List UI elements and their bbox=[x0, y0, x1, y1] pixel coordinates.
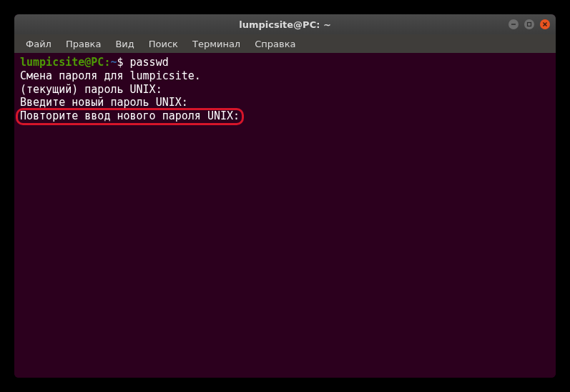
command-text: passwd bbox=[130, 56, 169, 69]
terminal-window: lumpicsite@PC: ~ Файл Правка Вид Поиск Т… bbox=[14, 14, 556, 378]
window-title: lumpicsite@PC: ~ bbox=[239, 19, 331, 30]
maximize-icon bbox=[526, 21, 532, 27]
menubar: Файл Правка Вид Поиск Терминал Справка bbox=[14, 34, 556, 53]
menu-file[interactable]: Файл bbox=[20, 37, 57, 51]
menu-edit[interactable]: Правка bbox=[60, 37, 107, 51]
output-line-1: Смена пароля для lumpicsite. bbox=[20, 69, 550, 83]
close-button[interactable] bbox=[540, 19, 550, 29]
prompt-dollar: $ bbox=[117, 56, 123, 69]
minimize-icon bbox=[511, 21, 516, 27]
output-line-3: Введите новый пароль UNIX: bbox=[20, 96, 550, 109]
output-line-4: Повторите ввод нового пароля UNIX: bbox=[20, 109, 240, 122]
output-line-2: (текущий) пароль UNIX: bbox=[20, 83, 550, 97]
menu-search[interactable]: Поиск bbox=[143, 37, 184, 51]
highlighted-line: Повторите ввод нового пароля UNIX: bbox=[20, 109, 240, 123]
menu-help[interactable]: Справка bbox=[249, 37, 301, 51]
svg-rect-1 bbox=[528, 23, 531, 26]
terminal-body[interactable]: lumpicsite@PC:~$ passwd Смена пароля для… bbox=[14, 53, 556, 378]
output-line-4-wrapper: Повторите ввод нового пароля UNIX: bbox=[20, 109, 550, 123]
maximize-button[interactable] bbox=[524, 19, 534, 29]
prompt-user: lumpicsite@PC bbox=[20, 56, 104, 69]
menu-view[interactable]: Вид bbox=[109, 37, 139, 51]
titlebar: lumpicsite@PC: ~ bbox=[14, 14, 556, 34]
window-controls bbox=[508, 19, 550, 29]
menu-terminal[interactable]: Терминал bbox=[187, 37, 246, 51]
prompt-line: lumpicsite@PC:~$ passwd bbox=[20, 56, 550, 69]
minimize-button[interactable] bbox=[508, 19, 519, 29]
close-icon bbox=[542, 21, 548, 27]
